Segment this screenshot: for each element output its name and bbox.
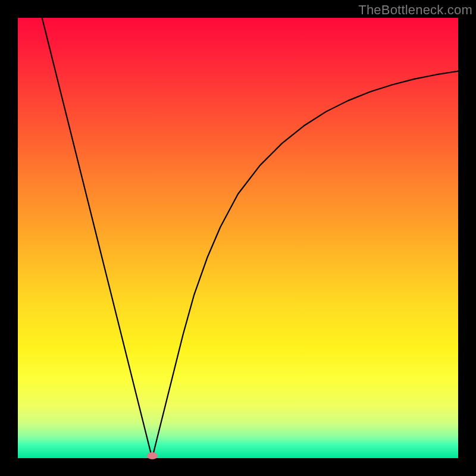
chart-svg <box>18 18 458 458</box>
chart-container: TheBottleneck.com <box>0 0 476 476</box>
bottleneck-curve <box>42 18 458 458</box>
minimum-marker <box>147 452 158 459</box>
watermark: TheBottleneck.com <box>358 2 472 18</box>
